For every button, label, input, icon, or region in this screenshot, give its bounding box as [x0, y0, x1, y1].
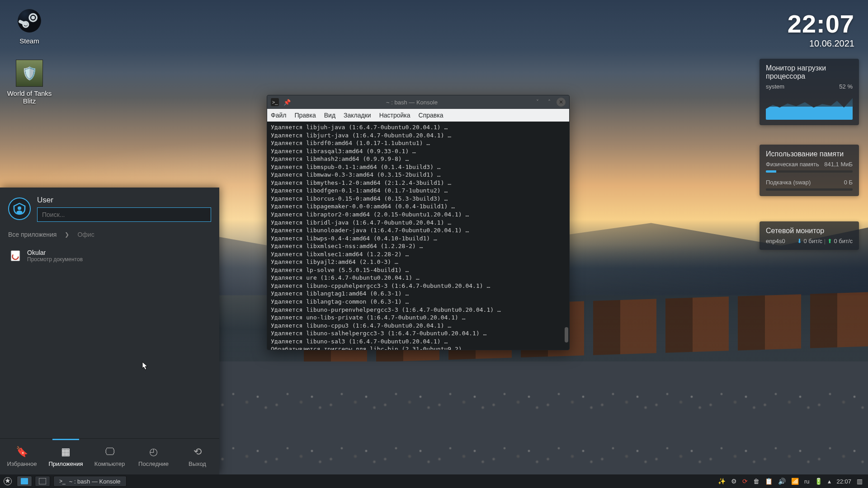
- tab-favorites[interactable]: 🔖 Избранное: [0, 439, 44, 474]
- tray-update-icon[interactable]: ⟳: [742, 478, 748, 485]
- app-item-okular[interactable]: Okular Просмотр документов: [0, 245, 219, 266]
- pinned-desktop[interactable]: [17, 476, 32, 487]
- search-input[interactable]: [37, 207, 211, 222]
- mem-phys-value: 841,1 МиБ: [824, 161, 853, 168]
- cpu-widget-title: Монитор нагрузки процессора: [766, 64, 853, 80]
- username-label: User: [37, 196, 211, 205]
- maximize-button[interactable]: ˄: [545, 98, 554, 107]
- terminal-line: Удаляется libmwaw-0.3-3:amd64 (0.3.15-2b…: [271, 171, 566, 179]
- terminal-line: Удаляется liborcus-0.15-0:amd64 (0.15.3-…: [271, 195, 566, 203]
- titlebar[interactable]: >_ 📌 ~ : bash — Konsole ˅ ˄ ✕: [267, 95, 569, 109]
- tab-computer[interactable]: 🖵 Компьютер: [88, 439, 132, 474]
- menu-help[interactable]: Справка: [419, 112, 443, 119]
- menu-settings[interactable]: Настройка: [379, 112, 410, 119]
- memory-widget: Использование памяти Физическая память 8…: [760, 145, 859, 196]
- close-button[interactable]: ✕: [557, 98, 566, 107]
- menu-bookmarks[interactable]: Закладки: [344, 112, 371, 119]
- terminal-line: Удаляется libuno-purpenvhelpergcc3-3 (1:…: [271, 306, 566, 314]
- terminal-line: Удаляется libuno-cppuhelpergcc3-3 (1:6.4…: [271, 282, 566, 290]
- terminal-line: Удаляется libjurt-java (1:6.4.7-0ubuntu0…: [271, 131, 566, 140]
- terminal-line: Удаляется libodfgen-0.1-1:amd64 (0.1.7-1…: [271, 187, 566, 195]
- terminal-line: Удаляется liblangtag-common (0.6.3-1) …: [271, 298, 566, 306]
- app-item-name: Okular: [27, 249, 83, 256]
- desktop-icon-label: Steam: [5, 37, 54, 45]
- terminal-line: Удаляется liblangtag1:amd64 (0.6.3-1) …: [271, 290, 566, 298]
- tray-icon[interactable]: ✨: [718, 478, 726, 485]
- net-iface: enp4s0: [766, 238, 785, 244]
- minimize-button[interactable]: ˅: [533, 98, 542, 107]
- konsole-window[interactable]: >_ 📌 ~ : bash — Konsole ˅ ˄ ✕ Файл Правк…: [267, 95, 570, 350]
- terminal-line: Удаляется libwps-0.4-4:amd64 (0.4.10-1bu…: [271, 235, 566, 243]
- terminal-output[interactable]: Удаляется libjuh-java (1:6.4.7-0ubuntu0.…: [267, 122, 569, 350]
- desktop-icon-wot[interactable]: 🛡️ World of Tanks Blitz: [5, 59, 54, 105]
- terminal-line: Удаляется libraptor2-0:amd64 (2.0.15-0ub…: [271, 211, 566, 219]
- tab-applications[interactable]: ▦ Приложения: [44, 439, 88, 474]
- terminal-scrollbar[interactable]: [565, 123, 568, 348]
- desktop-icon-steam[interactable]: Steam: [5, 6, 54, 45]
- cpu-graph: [766, 93, 853, 120]
- terminal-line: Удаляется uno-libs-private (1:6.4.7-0ubu…: [271, 314, 566, 322]
- start-button[interactable]: [0, 474, 15, 488]
- tray-keyboard-layout[interactable]: ru: [804, 478, 810, 485]
- monitor-icon: 🖵: [105, 446, 115, 458]
- crumb-category[interactable]: Офис: [77, 231, 94, 238]
- terminal-line: Обрабатываются триггеры для libc-bin (2.…: [271, 345, 566, 350]
- launcher-tabs: 🔖 Избранное ▦ Приложения 🖵 Компьютер ◴ П…: [0, 438, 219, 474]
- terminal-icon: >_: [59, 478, 66, 484]
- tray-network-icon[interactable]: 📶: [791, 478, 799, 485]
- app-list: Okular Просмотр документов: [0, 244, 219, 438]
- menu-view[interactable]: Вид: [324, 112, 335, 119]
- tab-recent[interactable]: ◴ Последние: [132, 439, 175, 474]
- terminal-line: Удаляется lp-solve (5.5.0.15-4build1) …: [271, 266, 566, 274]
- pin-icon[interactable]: 📌: [283, 99, 291, 106]
- clock-time: 22:07: [788, 9, 854, 38]
- user-avatar[interactable]: [8, 197, 31, 220]
- app-launcher: User Все приложения ❯ Офис Okular Просмо…: [0, 188, 219, 474]
- terminal-line: Удаляется libuno-cppu3 (1:6.4.7-0ubuntu0…: [271, 322, 566, 330]
- tray-clock[interactable]: 22:07: [836, 478, 851, 485]
- terminal-line: Удаляется libjuh-java (1:6.4.7-0ubuntu0.…: [271, 123, 566, 131]
- network-widget: Сетевой монитор enp4s0 ⬇ 0 бит/с | ⬆ 0 б…: [760, 221, 859, 250]
- terminal-icon: >_: [271, 98, 279, 106]
- task-konsole[interactable]: >_ ~ : bash — Konsole: [53, 476, 127, 487]
- tray-volume-icon[interactable]: 🔊: [778, 478, 786, 485]
- okular-icon: [9, 249, 22, 262]
- pinned-filemanager[interactable]: [35, 476, 50, 487]
- crumb-all-apps[interactable]: Все приложения: [8, 231, 57, 238]
- grid-icon: ▦: [61, 446, 71, 458]
- memory-title: Использование памяти: [766, 150, 853, 158]
- terminal-line: Удаляется libyajl2:amd64 (2.1.0-3) …: [271, 258, 566, 266]
- terminal-line: Удаляется libuno-salhelpergcc3-3 (1:6.4.…: [271, 329, 566, 338]
- wot-icon: 🛡️: [15, 59, 44, 88]
- svg-point-7: [16, 211, 22, 214]
- terminal-line: Удаляется libmhash2:amd64 (0.9.9.9-8) …: [271, 155, 566, 163]
- bookmark-icon: 🔖: [16, 446, 28, 458]
- terminal-line: Удаляется ure (1:6.4.7-0ubuntu0.20.04.1)…: [271, 274, 566, 282]
- cpu-label: system: [766, 83, 784, 90]
- breadcrumb: Все приложения ❯ Офис: [0, 225, 219, 244]
- tray-icon[interactable]: ⚙: [731, 478, 737, 485]
- cpu-value: 52 %: [839, 83, 853, 90]
- desktop-icon-label: World of Tanks Blitz: [5, 89, 54, 105]
- menu-edit[interactable]: Правка: [294, 112, 316, 119]
- steam-icon: [15, 6, 44, 35]
- mem-phys-label: Физическая память: [766, 161, 819, 168]
- menu-file[interactable]: Файл: [271, 112, 286, 119]
- app-item-desc: Просмотр документов: [27, 256, 83, 263]
- terminal-line: Удаляется libmythes-1.2-0:amd64 (2:1.2.4…: [271, 179, 566, 187]
- cpu-widget: Монитор нагрузки процессора system 52 %: [760, 59, 859, 125]
- terminal-line: Удаляется libxmlsec1:amd64 (1.2.28-2) …: [271, 250, 566, 258]
- task-title: ~ : bash — Konsole: [69, 478, 121, 485]
- terminal-line: Удаляется libmspub-0.1-1:amd64 (0.1.4-1b…: [271, 163, 566, 171]
- svg-rect-13: [39, 478, 46, 484]
- terminal-line: Удаляется libridl-java (1:6.4.7-0ubuntu0…: [271, 219, 566, 227]
- tray-notifications-icon[interactable]: ▥: [857, 478, 863, 485]
- tray-expand-icon[interactable]: ▴: [828, 478, 831, 485]
- system-tray: ✨ ⚙ ⟳ 🗑 📋 🔊 📶 ru 🔋 ▴ 22:07 ▥: [712, 474, 868, 488]
- clock-date: 10.06.2021: [788, 38, 854, 49]
- tray-battery-icon[interactable]: 🔋: [815, 478, 822, 485]
- tray-clipboard-icon[interactable]: 📋: [765, 478, 773, 485]
- tray-trash-icon[interactable]: 🗑: [753, 478, 760, 485]
- net-rates: ⬇ 0 бит/с | ⬆ 0 бит/с: [797, 238, 853, 244]
- tab-leave[interactable]: ⟲ Выход: [175, 439, 219, 474]
